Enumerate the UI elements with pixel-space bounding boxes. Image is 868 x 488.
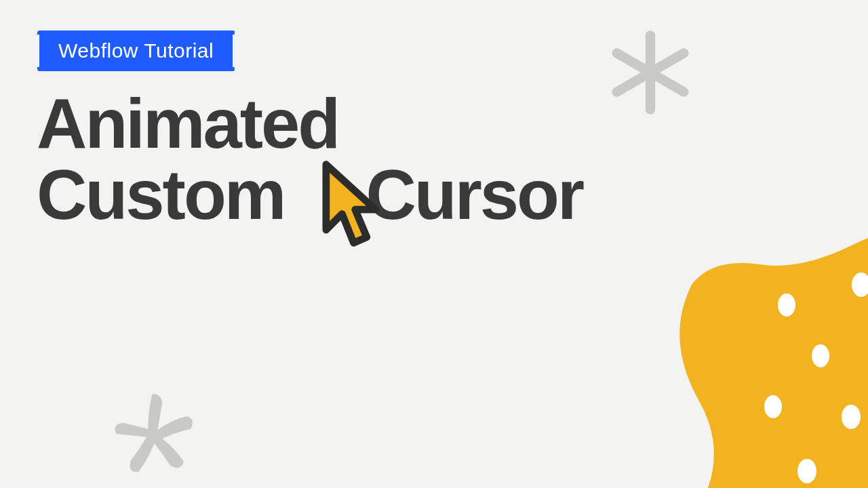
headline-word-cursor: Cursor bbox=[366, 159, 583, 230]
blob-decoration bbox=[570, 203, 868, 488]
svg-point-9 bbox=[842, 405, 861, 429]
tutorial-badge: Webflow Tutorial bbox=[39, 33, 233, 69]
headline-line-1: Animated bbox=[37, 88, 583, 159]
asterisk-decoration-icon bbox=[606, 28, 694, 117]
headline-line-2: Custom Cursor bbox=[37, 159, 583, 230]
svg-point-11 bbox=[797, 459, 816, 483]
headline: Animated Custom Cursor bbox=[37, 88, 583, 230]
svg-point-8 bbox=[764, 395, 782, 418]
svg-point-6 bbox=[812, 344, 829, 367]
svg-point-3 bbox=[778, 293, 795, 317]
tutorial-badge-label: Webflow Tutorial bbox=[58, 39, 214, 62]
headline-word-custom: Custom bbox=[37, 159, 284, 230]
asterisk-decoration-icon bbox=[108, 386, 203, 481]
cursor-pointer-icon bbox=[311, 157, 385, 259]
